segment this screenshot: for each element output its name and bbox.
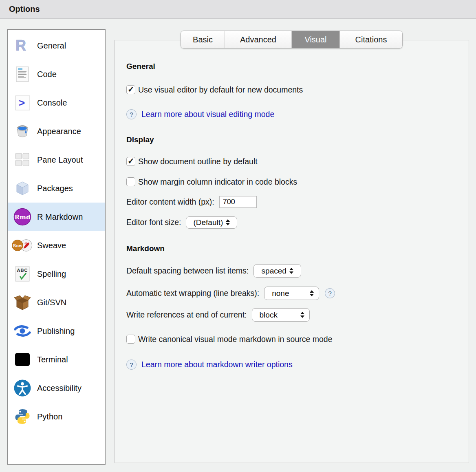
editor-font-size-select[interactable]: (Default): [186, 216, 237, 229]
svg-text:>: >: [19, 97, 25, 109]
sidebar-item-label: Pane Layout: [37, 155, 83, 165]
sidebar-item-label: Spelling: [37, 269, 66, 279]
sidebar-item-terminal[interactable]: Terminal: [8, 345, 105, 374]
select-arrows-icon: [226, 219, 230, 225]
show-margin-checkbox[interactable]: [126, 177, 135, 186]
sidebar-item-packages[interactable]: Packages: [8, 174, 105, 203]
show-margin-row: Show margin column indicator in code blo…: [126, 176, 469, 188]
r-logo-icon: R: [12, 38, 33, 53]
sidebar-item-label: Console: [37, 98, 67, 108]
references-label: Write references at end of current:: [126, 310, 247, 320]
svg-text:ABC: ABC: [17, 268, 28, 273]
text-wrapping-value: none: [272, 289, 289, 298]
svg-text:Rnw: Rnw: [13, 243, 22, 248]
python-icon: [12, 408, 33, 425]
dialog-titlebar: Options: [0, 0, 476, 19]
text-wrapping-select[interactable]: none: [264, 287, 319, 300]
editor-width-label: Editor content width (px):: [126, 197, 214, 207]
terminal-icon: [12, 353, 33, 366]
sidebar-item-label: Packages: [37, 184, 73, 193]
tab-basic[interactable]: Basic: [181, 31, 225, 48]
show-margin-label: Show margin column indicator in code blo…: [138, 177, 297, 187]
select-arrows-icon: [289, 268, 293, 274]
sidebar-item-label: Sweave: [37, 241, 66, 250]
canonical-markdown-row: Write canonical visual mode markdown in …: [126, 333, 469, 345]
learn-visual-editing-row: ? Learn more about visual editing mode: [126, 108, 469, 120]
sidebar-item-label: Appearance: [37, 127, 81, 136]
help-icon[interactable]: ?: [126, 360, 137, 370]
paint-bucket-icon: [12, 123, 33, 139]
use-visual-editor-row: Use visual editor by default for new doc…: [126, 84, 469, 96]
editor-content-width-input[interactable]: [219, 196, 257, 208]
canonical-markdown-label: Write canonical visual mode markdown in …: [138, 335, 333, 344]
visual-settings-panel: General Use visual editor by default for…: [115, 40, 469, 463]
editor-width-row: Editor content width (px):: [126, 195, 469, 208]
sidebar-item-spelling[interactable]: ABC Spelling: [8, 260, 105, 288]
svg-text:R: R: [15, 38, 26, 53]
sweave-icon: Rnw: [12, 237, 33, 254]
sidebar-item-label: R Markdown: [37, 212, 83, 222]
sidebar-item-console[interactable]: > Console: [8, 88, 105, 117]
sidebar-item-label: Python: [37, 412, 62, 421]
references-row: Write references at end of current: bloc…: [126, 308, 469, 322]
canonical-markdown-checkbox[interactable]: [126, 335, 135, 344]
help-icon[interactable]: ?: [126, 109, 137, 119]
learn-markdown-writer-row: ? Learn more about markdown writer optio…: [126, 358, 469, 371]
sidebar-item-label: General: [37, 41, 66, 51]
console-icon: >: [12, 95, 33, 110]
sidebar-item-sweave[interactable]: Rnw Sweave: [8, 231, 105, 260]
sidebar-item-label: Publishing: [37, 326, 75, 336]
svg-text:Rmd: Rmd: [15, 214, 31, 221]
sidebar-item-code[interactable]: Code: [8, 60, 105, 88]
list-spacing-value: spaced: [262, 267, 286, 276]
sidebar-item-gitsvn[interactable]: Git/SVN: [8, 288, 105, 317]
show-outline-checkbox[interactable]: [126, 157, 135, 166]
text-wrapping-row: Automatic text wrapping (line breaks): n…: [126, 287, 469, 300]
show-outline-label: Show document outline by default: [138, 157, 258, 166]
sidebar-item-python[interactable]: Python: [8, 402, 105, 431]
rmarkdown-icon: Rmd: [12, 208, 33, 226]
markdown-section-heading: Markdown: [126, 244, 469, 254]
references-value: block: [260, 311, 278, 320]
tab-visual[interactable]: Visual: [291, 31, 339, 48]
sidebar-item-publishing[interactable]: Publishing: [8, 317, 105, 345]
sidebar-item-general[interactable]: R General: [8, 31, 105, 60]
list-spacing-row: Default spacing between list items: spac…: [126, 264, 469, 278]
general-section-heading: General: [126, 62, 469, 71]
editor-font-size-label: Editor font size:: [126, 218, 181, 227]
package-box-icon: [12, 181, 33, 196]
pane-layout-icon: [12, 152, 33, 167]
sidebar-item-appearance[interactable]: Appearance: [8, 117, 105, 146]
sidebar-item-accessibility[interactable]: Accessibility: [8, 374, 105, 402]
code-document-icon: [12, 66, 33, 82]
sidebar-item-label: Terminal: [37, 355, 68, 364]
sidebar-item-label: Code: [37, 70, 57, 79]
spelling-check-icon: ABC: [12, 266, 33, 282]
editor-font-size-value: (Default): [193, 218, 223, 227]
tab-citations[interactable]: Citations: [339, 31, 402, 48]
dialog-title: Options: [9, 4, 40, 14]
select-arrows-icon: [300, 312, 304, 318]
references-select[interactable]: block: [252, 308, 310, 322]
help-icon[interactable]: ?: [325, 288, 335, 298]
sidebar-item-label: Git/SVN: [37, 298, 66, 307]
editor-font-size-row: Editor font size: (Default): [126, 216, 469, 229]
use-visual-editor-checkbox[interactable]: [126, 85, 135, 94]
text-wrapping-label: Automatic text wrapping (line breaks):: [126, 289, 259, 298]
sidebar-item-pane-layout[interactable]: Pane Layout: [8, 146, 105, 174]
select-arrows-icon: [310, 290, 314, 296]
list-spacing-label: Default spacing between list items:: [126, 266, 249, 276]
settings-tabbar: Basic Advanced Visual Citations: [181, 31, 403, 49]
publishing-icon: [12, 325, 33, 337]
display-section-heading: Display: [126, 135, 469, 145]
list-spacing-select[interactable]: spaced: [253, 264, 301, 278]
sidebar-item-label: Accessibility: [37, 384, 82, 393]
learn-more-markdown-writer-link[interactable]: Learn more about markdown writer options: [141, 360, 293, 369]
sidebar-item-rmarkdown[interactable]: Rmd R Markdown: [8, 203, 105, 231]
show-outline-row: Show document outline by default: [126, 155, 469, 168]
learn-more-visual-editing-link[interactable]: Learn more about visual editing mode: [141, 110, 274, 119]
tab-advanced[interactable]: Advanced: [225, 31, 291, 48]
accessibility-icon: [12, 379, 33, 397]
options-sidebar: R General Code > Console Appearance Pane…: [7, 29, 106, 465]
use-visual-editor-label: Use visual editor by default for new doc…: [138, 85, 303, 95]
